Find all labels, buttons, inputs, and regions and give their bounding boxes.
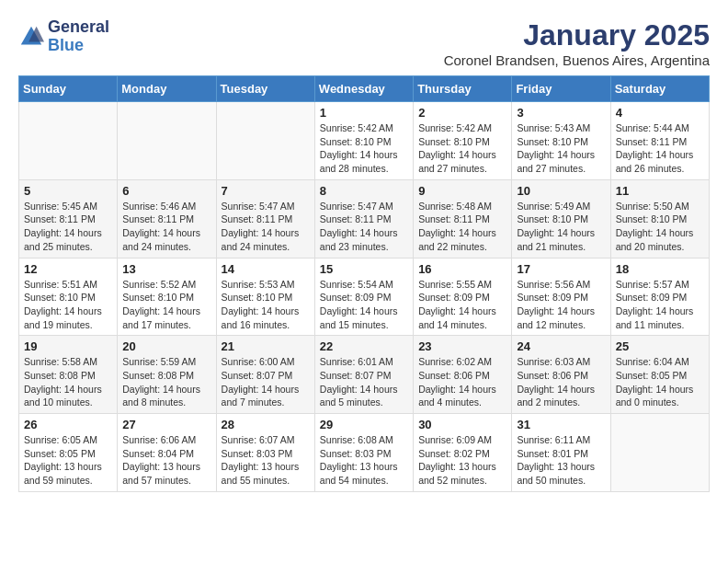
cell-content: Sunrise: 6:09 AM Sunset: 8:02 PM Dayligh… (418, 433, 506, 488)
day-number: 5 (24, 184, 112, 198)
day-number: 11 (616, 184, 704, 198)
day-number: 28 (222, 418, 310, 431)
cell-content: Sunrise: 5:47 AM Sunset: 8:11 PM Dayligh… (222, 200, 310, 254)
cell-content: Sunrise: 5:55 AM Sunset: 8:09 PM Dayligh… (418, 278, 506, 332)
calendar-cell: 1Sunrise: 5:42 AM Sunset: 8:10 PM Daylig… (314, 102, 413, 180)
day-number: 12 (24, 262, 112, 276)
calendar-week-row: 19Sunrise: 5:58 AM Sunset: 8:08 PM Dayli… (19, 336, 710, 414)
day-number: 13 (122, 262, 210, 276)
calendar-cell: 7Sunrise: 5:47 AM Sunset: 8:11 PM Daylig… (216, 179, 314, 258)
weekday-header-tuesday: Tuesday (216, 76, 314, 102)
day-number: 6 (122, 184, 210, 198)
cell-content: Sunrise: 6:01 AM Sunset: 8:07 PM Dayligh… (320, 355, 408, 409)
calendar-cell (216, 102, 314, 180)
day-number: 17 (517, 262, 605, 276)
calendar-cell: 18Sunrise: 5:57 AM Sunset: 8:09 PM Dayli… (610, 258, 709, 336)
calendar-cell: 16Sunrise: 5:55 AM Sunset: 8:09 PM Dayli… (414, 258, 512, 336)
weekday-header-row: SundayMondayTuesdayWednesdayThursdayFrid… (19, 76, 710, 102)
day-number: 29 (320, 418, 408, 431)
calendar-cell: 24Sunrise: 6:03 AM Sunset: 8:06 PM Dayli… (512, 336, 610, 414)
day-number: 10 (517, 184, 605, 198)
calendar-cell (610, 414, 709, 492)
calendar-cell: 15Sunrise: 5:54 AM Sunset: 8:09 PM Dayli… (314, 258, 413, 336)
calendar-cell: 22Sunrise: 6:01 AM Sunset: 8:07 PM Dayli… (314, 336, 413, 414)
day-number: 31 (517, 418, 605, 431)
calendar-cell: 20Sunrise: 5:59 AM Sunset: 8:08 PM Dayli… (118, 336, 216, 414)
cell-content: Sunrise: 6:04 AM Sunset: 8:05 PM Dayligh… (616, 355, 704, 409)
cell-content: Sunrise: 5:47 AM Sunset: 8:11 PM Dayligh… (320, 200, 408, 254)
title-block: January 2025 Coronel Brandsen, Buenos Ai… (444, 18, 710, 68)
weekday-header-sunday: Sunday (19, 76, 118, 102)
calendar-table: SundayMondayTuesdayWednesdayThursdayFrid… (18, 75, 710, 492)
calendar-cell: 11Sunrise: 5:50 AM Sunset: 8:10 PM Dayli… (610, 179, 709, 258)
calendar-cell: 12Sunrise: 5:51 AM Sunset: 8:10 PM Dayli… (19, 258, 118, 336)
calendar-cell: 8Sunrise: 5:47 AM Sunset: 8:11 PM Daylig… (314, 179, 413, 258)
logo-text: General Blue (48, 18, 109, 55)
day-number: 22 (320, 339, 408, 353)
logo-icon (18, 24, 44, 50)
calendar-cell: 10Sunrise: 5:49 AM Sunset: 8:10 PM Dayli… (512, 179, 610, 258)
calendar-cell: 13Sunrise: 5:52 AM Sunset: 8:10 PM Dayli… (118, 258, 216, 336)
weekday-header-thursday: Thursday (414, 76, 512, 102)
cell-content: Sunrise: 5:58 AM Sunset: 8:08 PM Dayligh… (24, 355, 112, 409)
cell-content: Sunrise: 6:07 AM Sunset: 8:03 PM Dayligh… (222, 433, 310, 488)
calendar-cell: 21Sunrise: 6:00 AM Sunset: 8:07 PM Dayli… (216, 336, 314, 414)
cell-content: Sunrise: 5:46 AM Sunset: 8:11 PM Dayligh… (122, 200, 210, 254)
cell-content: Sunrise: 5:51 AM Sunset: 8:10 PM Dayligh… (24, 278, 112, 332)
cell-content: Sunrise: 6:11 AM Sunset: 8:01 PM Dayligh… (517, 433, 605, 488)
day-number: 23 (418, 339, 506, 353)
calendar-cell: 17Sunrise: 5:56 AM Sunset: 8:09 PM Dayli… (512, 258, 610, 336)
calendar-cell: 2Sunrise: 5:42 AM Sunset: 8:10 PM Daylig… (414, 102, 512, 180)
weekday-header-saturday: Saturday (610, 76, 709, 102)
calendar-cell: 28Sunrise: 6:07 AM Sunset: 8:03 PM Dayli… (216, 414, 314, 492)
weekday-header-monday: Monday (118, 76, 216, 102)
calendar-cell: 31Sunrise: 6:11 AM Sunset: 8:01 PM Dayli… (512, 414, 610, 492)
calendar-cell: 23Sunrise: 6:02 AM Sunset: 8:06 PM Dayli… (414, 336, 512, 414)
cell-content: Sunrise: 5:54 AM Sunset: 8:09 PM Dayligh… (320, 278, 408, 332)
day-number: 24 (517, 339, 605, 353)
cell-content: Sunrise: 5:43 AM Sunset: 8:10 PM Dayligh… (517, 121, 605, 176)
day-number: 4 (616, 106, 704, 120)
cell-content: Sunrise: 5:45 AM Sunset: 8:11 PM Dayligh… (24, 200, 112, 254)
cell-content: Sunrise: 6:06 AM Sunset: 8:04 PM Dayligh… (122, 433, 210, 488)
day-number: 27 (122, 418, 210, 431)
day-number: 21 (222, 339, 310, 353)
day-number: 9 (418, 184, 506, 198)
day-number: 26 (24, 418, 112, 431)
day-number: 20 (122, 339, 210, 353)
calendar-cell: 9Sunrise: 5:48 AM Sunset: 8:11 PM Daylig… (414, 179, 512, 258)
calendar-week-row: 26Sunrise: 6:05 AM Sunset: 8:05 PM Dayli… (19, 414, 710, 492)
day-number: 30 (418, 418, 506, 431)
cell-content: Sunrise: 5:52 AM Sunset: 8:10 PM Dayligh… (122, 278, 210, 332)
day-number: 8 (320, 184, 408, 198)
calendar-cell: 27Sunrise: 6:06 AM Sunset: 8:04 PM Dayli… (118, 414, 216, 492)
day-number: 19 (24, 339, 112, 353)
calendar-cell: 19Sunrise: 5:58 AM Sunset: 8:08 PM Dayli… (19, 336, 118, 414)
weekday-header-wednesday: Wednesday (314, 76, 413, 102)
cell-content: Sunrise: 5:59 AM Sunset: 8:08 PM Dayligh… (122, 355, 210, 409)
calendar-week-row: 12Sunrise: 5:51 AM Sunset: 8:10 PM Dayli… (19, 258, 710, 336)
day-number: 25 (616, 339, 704, 353)
calendar-cell: 25Sunrise: 6:04 AM Sunset: 8:05 PM Dayli… (610, 336, 709, 414)
calendar-cell (19, 102, 118, 180)
calendar-cell: 14Sunrise: 5:53 AM Sunset: 8:10 PM Dayli… (216, 258, 314, 336)
day-number: 7 (222, 184, 310, 198)
page-header: General Blue January 2025 Coronel Brands… (18, 18, 710, 68)
calendar-cell: 6Sunrise: 5:46 AM Sunset: 8:11 PM Daylig… (118, 179, 216, 258)
calendar-cell (118, 102, 216, 180)
logo: General Blue (18, 18, 109, 55)
cell-content: Sunrise: 5:57 AM Sunset: 8:09 PM Dayligh… (616, 278, 704, 332)
weekday-header-friday: Friday (512, 76, 610, 102)
calendar-cell: 3Sunrise: 5:43 AM Sunset: 8:10 PM Daylig… (512, 102, 610, 180)
day-number: 16 (418, 262, 506, 276)
cell-content: Sunrise: 6:02 AM Sunset: 8:06 PM Dayligh… (418, 355, 506, 409)
calendar-cell: 5Sunrise: 5:45 AM Sunset: 8:11 PM Daylig… (19, 179, 118, 258)
cell-content: Sunrise: 5:56 AM Sunset: 8:09 PM Dayligh… (517, 278, 605, 332)
calendar-cell: 30Sunrise: 6:09 AM Sunset: 8:02 PM Dayli… (414, 414, 512, 492)
location-title: Coronel Brandsen, Buenos Aires, Argentin… (444, 52, 710, 68)
cell-content: Sunrise: 6:00 AM Sunset: 8:07 PM Dayligh… (222, 355, 310, 409)
calendar-week-row: 1Sunrise: 5:42 AM Sunset: 8:10 PM Daylig… (19, 102, 710, 180)
day-number: 14 (222, 262, 310, 276)
cell-content: Sunrise: 5:42 AM Sunset: 8:10 PM Dayligh… (418, 121, 506, 176)
day-number: 2 (418, 106, 506, 120)
